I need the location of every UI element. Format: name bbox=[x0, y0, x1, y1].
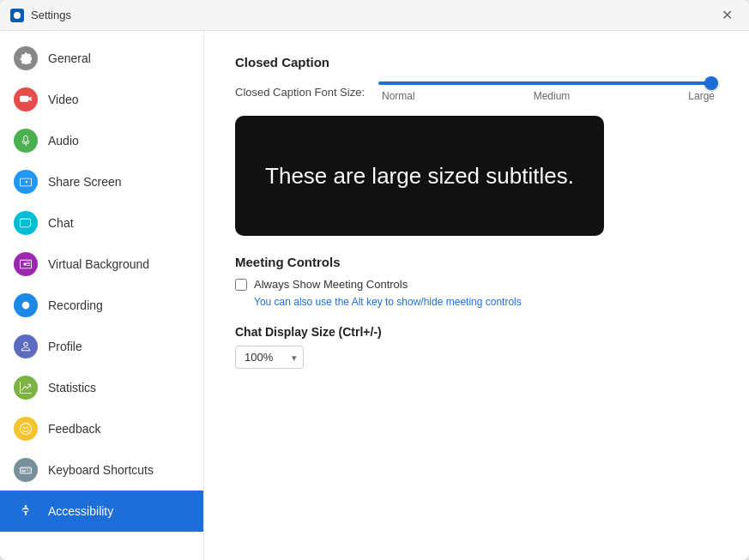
sidebar-item-keyboard-shortcuts[interactable]: Keyboard Shortcuts bbox=[0, 449, 203, 491]
sidebar-item-recording[interactable]: Recording bbox=[0, 285, 203, 326]
sidebar-item-label-video: Video bbox=[48, 93, 79, 106]
sidebar-item-virtual-background[interactable]: Virtual Background bbox=[0, 244, 203, 285]
font-size-label: Closed Caption Font Size: bbox=[235, 86, 365, 99]
feedback-icon bbox=[14, 417, 38, 441]
keyboard-icon bbox=[14, 458, 38, 482]
sidebar-item-profile[interactable]: Profile bbox=[0, 326, 203, 367]
font-size-slider[interactable] bbox=[378, 81, 718, 85]
chat-display-title: Chat Display Size (Ctrl+/-) bbox=[235, 325, 718, 339]
sidebar-item-label-general: General bbox=[48, 51, 91, 65]
sidebar-item-label-statistics: Statistics bbox=[48, 381, 96, 394]
sidebar-item-label-recording: Recording bbox=[48, 298, 103, 312]
sidebar-item-video[interactable]: Video bbox=[0, 79, 203, 120]
close-button[interactable]: ✕ bbox=[715, 3, 739, 27]
sidebar-item-chat[interactable]: Chat bbox=[0, 202, 203, 244]
sidebar-item-feedback[interactable]: Feedback bbox=[0, 408, 203, 449]
sidebar-item-label-share-screen: Share Screen bbox=[48, 175, 122, 189]
sidebar: GeneralVideoAudioShare ScreenChatVirtual… bbox=[0, 31, 204, 560]
statistics-icon bbox=[14, 376, 38, 400]
chat-icon bbox=[14, 211, 38, 235]
meeting-controls-section: Meeting Controls Always Show Meeting Con… bbox=[235, 255, 718, 308]
subtitle-preview-text: These are large sized subtitles. bbox=[248, 163, 591, 190]
recording-icon bbox=[14, 293, 38, 317]
sidebar-item-label-chat: Chat bbox=[48, 216, 74, 230]
window-title: Settings bbox=[31, 9, 71, 21]
accessibility-icon bbox=[14, 499, 38, 523]
app-icon bbox=[10, 9, 24, 22]
sidebar-item-audio[interactable]: Audio bbox=[0, 120, 203, 161]
chat-display-select[interactable]: 75% 100% 125% 150% bbox=[235, 346, 304, 369]
always-show-checkbox[interactable] bbox=[235, 279, 247, 291]
sidebar-item-label-profile: Profile bbox=[48, 340, 82, 353]
title-bar-left: Settings bbox=[10, 9, 71, 22]
virtual-background-icon bbox=[14, 252, 38, 276]
sidebar-item-accessibility[interactable]: Accessibility bbox=[0, 491, 203, 532]
svg-point-0 bbox=[14, 12, 21, 19]
meeting-controls-title: Meeting Controls bbox=[235, 255, 718, 269]
slider-label-normal: Normal bbox=[382, 90, 415, 102]
closed-caption-title: Closed Caption bbox=[235, 55, 718, 69]
chat-display-section: Chat Display Size (Ctrl+/-) 75% 100% 125… bbox=[235, 325, 718, 369]
closed-caption-section: Closed Caption Closed Caption Font Size:… bbox=[235, 55, 718, 236]
share-screen-icon bbox=[14, 170, 38, 194]
sidebar-item-label-accessibility: Accessibility bbox=[48, 504, 113, 518]
video-icon bbox=[14, 87, 38, 111]
main-panel: Closed Caption Closed Caption Font Size:… bbox=[204, 31, 749, 560]
subtitle-preview: These are large sized subtitles. bbox=[235, 116, 604, 236]
sidebar-item-share-screen[interactable]: Share Screen bbox=[0, 161, 203, 202]
profile-icon bbox=[14, 334, 38, 358]
always-show-label[interactable]: Always Show Meeting Controls bbox=[254, 278, 408, 291]
slider-label-medium: Medium bbox=[534, 90, 571, 102]
audio-icon bbox=[14, 129, 38, 153]
meeting-controls-hint: You can also use the Alt key to show/hid… bbox=[254, 296, 718, 308]
slider-container: Normal Medium Large bbox=[378, 81, 718, 102]
slider-labels: Normal Medium Large bbox=[378, 90, 718, 102]
title-bar: Settings ✕ bbox=[0, 0, 749, 31]
sidebar-item-label-keyboard-shortcuts: Keyboard Shortcuts bbox=[48, 463, 154, 477]
sidebar-item-label-feedback: Feedback bbox=[48, 422, 100, 436]
sidebar-item-general[interactable]: General bbox=[0, 38, 203, 79]
content-area: GeneralVideoAudioShare ScreenChatVirtual… bbox=[0, 31, 749, 560]
font-size-row: Closed Caption Font Size: Normal Medium … bbox=[235, 81, 718, 102]
sidebar-item-label-audio: Audio bbox=[48, 134, 79, 148]
checkbox-row: Always Show Meeting Controls bbox=[235, 278, 718, 291]
sidebar-item-label-virtual-background: Virtual Background bbox=[48, 257, 149, 271]
sidebar-item-statistics[interactable]: Statistics bbox=[0, 367, 203, 408]
slider-label-large: Large bbox=[688, 90, 715, 102]
svg-point-1 bbox=[22, 302, 30, 310]
settings-window: Settings ✕ GeneralVideoAudioShare Screen… bbox=[0, 0, 749, 560]
chat-display-select-wrapper: 75% 100% 125% 150% ▾ bbox=[235, 346, 304, 369]
gear-icon bbox=[14, 46, 38, 70]
